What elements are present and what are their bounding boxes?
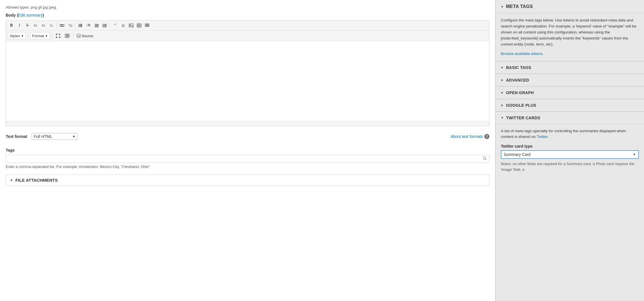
styles-arrow-icon: ▼ [21,34,24,37]
source-label: Source [81,34,93,38]
styles-label: Styles [10,34,20,38]
showhide-button[interactable] [143,22,151,29]
svg-rect-30 [145,26,149,27]
svg-rect-15 [95,27,99,27]
body-text: Body [6,13,16,17]
basic-tags-label: BASIC TAGS [506,65,531,70]
meta-tags-expand-icon: ▼ [501,5,504,8]
file-attachments-header[interactable]: ▼ FILE ATTACHMENTS [10,178,485,183]
open-graph-label: OPEN GRAPH [506,90,534,95]
toolbar-sep2 [75,23,75,28]
text-format-value: Full HTML [34,134,52,139]
svg-point-1 [79,24,79,25]
svg-rect-29 [145,25,149,25]
open-graph-header[interactable]: ► OPEN GRAPH [496,87,644,99]
fullscreen-button[interactable] [54,32,62,39]
file-attachments-collapse-icon: ▼ [10,179,13,182]
svg-rect-23 [137,24,141,27]
toolbar-sep3 [110,23,110,28]
svg-rect-11 [95,24,99,25]
source-button[interactable]: img Source [75,32,94,39]
meta-tags-title: META TAGS [506,4,533,9]
google-plus-header[interactable]: ► GOOGLE PLUS [496,99,644,112]
text-format-select[interactable]: Full HTML ▼ [32,133,77,140]
toolbar-sep4 [28,33,28,39]
format-label: Format [32,34,44,38]
toolbar-row1: B I S x2 x2 Ix [6,21,489,31]
help-icon: ? [484,134,489,139]
svg-rect-32 [67,34,69,35]
about-text-formats-link[interactable]: About text formats ? [450,134,489,139]
svg-rect-33 [67,36,69,37]
tags-search-icon [483,157,487,161]
twitter-cards-description: A set of meta tags specially for control… [501,128,639,140]
twitter-card-type-value: Summary Card [504,152,531,157]
svg-point-36 [483,157,486,159]
svg-rect-21 [129,24,133,27]
advanced-header[interactable]: ► ADVANCED [496,74,644,86]
bold-button[interactable]: B [8,22,15,29]
numbered-list-button[interactable]: 1.2. [85,22,92,29]
twitter-cards-body: A set of meta tags specially for control… [496,124,644,177]
svg-rect-8 [88,24,90,25]
svg-rect-16 [103,24,107,25]
tags-input[interactable] [6,155,489,163]
svg-line-37 [486,159,487,160]
styles-select[interactable]: Styles ▼ [8,32,26,39]
outdent-button[interactable] [93,22,100,29]
twitter-cards-collapse-icon: ▼ [501,116,504,119]
twitter-card-type-label: Twitter card type [501,144,639,148]
italic-button[interactable]: I [16,22,23,29]
svg-text:img: img [77,35,80,37]
google-plus-section: ► GOOGLE PLUS [496,99,644,112]
format-arrow-icon: ▼ [45,34,48,37]
bullet-list-button[interactable] [77,22,84,29]
indent-button[interactable] [101,22,108,29]
toolbar-row2: Styles ▼ Format ▼ img Source [6,31,489,41]
basic-tags-expand-icon: ► [501,66,504,69]
link-button[interactable] [58,22,66,29]
image-button[interactable] [127,22,135,29]
meta-tags-description-text: Configure the meta tags below. Use token… [501,17,639,47]
twitter-link[interactable]: Twitter [537,134,548,139]
tags-hint: Enter a comma-separated list. For exampl… [6,165,489,169]
svg-rect-19 [104,26,107,26]
tags-input-wrapper [6,155,489,163]
subscript-button[interactable]: x2 [40,22,47,29]
toolbar-sep5 [52,33,52,39]
svg-marker-17 [103,25,104,26]
svg-rect-10 [88,25,90,26]
basic-tags-header[interactable]: ► BASIC TAGS [496,62,644,74]
blockquote-button[interactable]: " [111,22,119,29]
basic-tags-section: ► BASIC TAGS [496,61,644,74]
toolbar-sep6 [73,33,73,39]
advanced-section: ► ADVANCED [496,74,644,86]
removeformat-button[interactable]: Ix [48,22,55,29]
right-panel: ▼ META TAGS Configure the meta tags belo… [495,0,644,301]
unlink-button[interactable] [66,22,74,29]
advanced-label: ADVANCED [506,78,529,82]
twitter-cards-header[interactable]: ▼ TWITTER CARDS [496,112,644,124]
svg-rect-31 [65,34,67,37]
svg-line-0 [68,24,72,27]
svg-rect-18 [104,25,107,25]
open-graph-section: ► OPEN GRAPH [496,86,644,99]
superscript-button[interactable]: x2 [32,22,39,29]
format-select[interactable]: Format ▼ [30,32,50,39]
left-panel: Allowed types: png gif jpg jpeg. Body (E… [0,0,495,301]
edit-summary-link[interactable]: Edit summary [18,13,43,17]
show-blocks-button[interactable] [63,32,71,39]
twitter-card-type-select[interactable]: Summary Card ▼ [501,150,639,159]
editor-content-area[interactable] [6,41,489,121]
google-plus-expand-icon: ► [501,104,504,107]
specialchar-button[interactable]: Ω [119,22,127,29]
svg-rect-13 [96,25,99,25]
svg-point-3 [79,25,79,26]
editor-resize-handle[interactable] [6,121,489,126]
strikethrough-button[interactable]: S [24,22,31,29]
browse-tokens-link[interactable]: Browse available tokens. [501,52,543,56]
svg-point-5 [79,26,79,27]
text-format-row: Text format Full HTML ▼ About text forma… [6,130,489,143]
svg-rect-14 [96,26,99,26]
table-button[interactable] [135,22,143,29]
